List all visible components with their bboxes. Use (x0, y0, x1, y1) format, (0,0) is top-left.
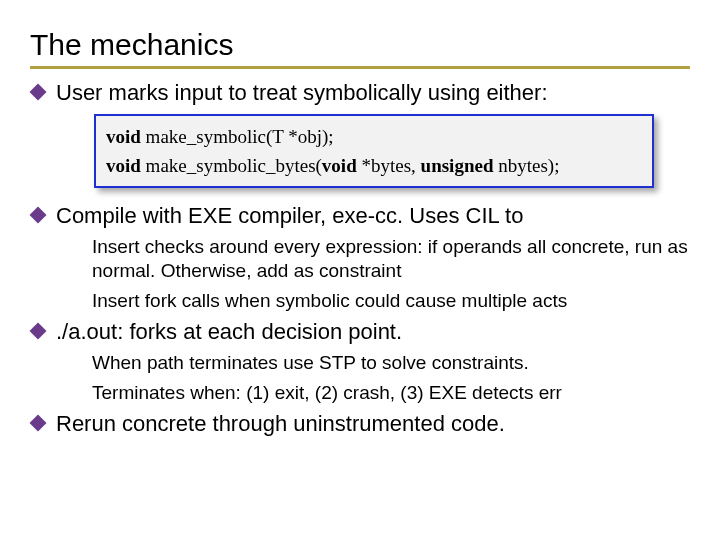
diamond-icon (30, 323, 47, 340)
sub-bullet: Terminates when: (1) exit, (2) crash, (3… (92, 381, 696, 405)
bullet-item-4: Rerun concrete through uninstrumented co… (28, 410, 696, 439)
code-line-1: void make_symbolic(T *obj); (106, 122, 642, 151)
sub-bullet: Insert fork calls when symbolic could ca… (92, 289, 696, 313)
code-text: *bytes, (357, 155, 421, 176)
bullet-item-3: ./a.out: forks at each decision point. W… (28, 318, 696, 404)
bullet-text: Compile with EXE compiler, exe-cc. Uses … (56, 203, 523, 228)
diamond-icon (30, 207, 47, 224)
code-box-wrap: void make_symbolic(T *obj); void make_sy… (94, 114, 654, 189)
code-text: make_symbolic(T *obj); (141, 126, 334, 147)
code-text: nbytes); (493, 155, 559, 176)
slide-title: The mechanics (30, 28, 696, 62)
keyword-unsigned: unsigned (421, 155, 494, 176)
keyword-void: void (106, 126, 141, 147)
keyword-void: void (322, 155, 357, 176)
sub-bullet: When path terminates use STP to solve co… (92, 351, 696, 375)
bullet-list: User marks input to treat symbolically u… (28, 79, 696, 439)
bullet-text: Rerun concrete through uninstrumented co… (56, 411, 505, 436)
title-underline (30, 66, 690, 69)
code-box: void make_symbolic(T *obj); void make_sy… (94, 114, 654, 189)
code-line-2: void make_symbolic_bytes(void *bytes, un… (106, 151, 642, 180)
diamond-icon (30, 84, 47, 101)
bullet-item-2: Compile with EXE compiler, exe-cc. Uses … (28, 202, 696, 312)
bullet-text: User marks input to treat symbolically u… (56, 80, 548, 105)
sub-bullet: Insert checks around every expression: i… (92, 235, 696, 283)
code-text: make_symbolic_bytes( (141, 155, 322, 176)
keyword-void: void (106, 155, 141, 176)
bullet-text: ./a.out: forks at each decision point. (56, 319, 402, 344)
bullet-item-1: User marks input to treat symbolically u… (28, 79, 696, 188)
slide: The mechanics User marks input to treat … (0, 0, 720, 540)
diamond-icon (30, 415, 47, 432)
